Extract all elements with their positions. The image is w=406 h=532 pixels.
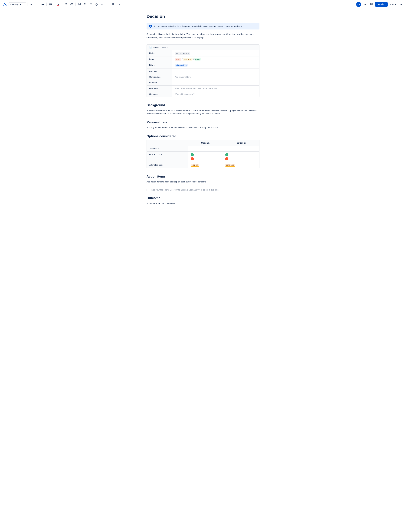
close-button[interactable]: Close [389, 2, 397, 7]
text-color-button[interactable]: A [56, 2, 61, 7]
table-row: Informed [147, 80, 259, 85]
options-cost-label: Estimated cost [147, 162, 188, 168]
table-row: Outcome What did you decide? [147, 91, 259, 97]
options-col-1-header: Option 1: [188, 140, 223, 146]
text-color-icon: A [58, 3, 59, 6]
image-icon [90, 3, 92, 6]
svg-rect-15 [78, 3, 80, 5]
outcome-body[interactable]: Summarize the outcome below [146, 202, 260, 205]
svg-rect-22 [114, 3, 115, 5]
minus-icon: − [225, 157, 228, 160]
numbered-list-button[interactable]: 1.2.3. [69, 2, 74, 7]
impact-medium-badge: MEDIUM [183, 58, 193, 61]
details-header: 📄 Details | label = [147, 44, 259, 50]
impact-sep-1: / [182, 58, 182, 60]
options-table-header-row: Option 1: Option 2: [147, 140, 260, 146]
details-row-value-driver[interactable]: @Chan Kim [172, 62, 259, 68]
plus-icon: + [191, 153, 194, 156]
duedate-placeholder: When does this decision need to be made … [175, 87, 217, 90]
page-title[interactable]: Decision [146, 14, 260, 19]
link-button[interactable] [83, 2, 88, 7]
columns-button[interactable] [111, 2, 116, 7]
emoji-button[interactable]: ☺ [100, 2, 105, 7]
options-description-col1[interactable] [188, 146, 223, 151]
details-row-value-status[interactable]: NOT STARTED [172, 50, 259, 57]
task-button[interactable] [77, 2, 82, 7]
details-row-label-outcome: Outcome [147, 91, 172, 97]
action-items-heading[interactable]: Action items [146, 175, 260, 178]
impact-high-badge: HIGH [175, 58, 181, 61]
heading-label: Heading 2 [10, 3, 19, 6]
heading-selector[interactable]: Heading 2 ▾ [8, 2, 26, 6]
options-table: Option 1: Option 2: Description Pros and… [146, 140, 260, 168]
details-row-value-approver[interactable] [172, 68, 259, 74]
task-checkbox[interactable] [146, 189, 149, 191]
details-row-value-contributors[interactable]: Add stakeholders [172, 74, 259, 80]
bullet-list-button[interactable] [63, 2, 69, 7]
details-row-value-informed[interactable] [172, 80, 259, 85]
template-button[interactable] [369, 2, 374, 7]
more-options-icon: ••• [400, 3, 402, 6]
details-row-value-impact[interactable]: HIGH / MEDIUM / LOW [172, 56, 259, 62]
italic-button[interactable]: I [34, 2, 39, 7]
svg-point-3 [65, 3, 65, 4]
numbered-list-icon: 1.2.3. [70, 3, 73, 6]
background-heading[interactable]: Background [146, 103, 260, 107]
logo[interactable] [2, 2, 7, 7]
emoji-icon: ☺ [101, 3, 103, 6]
add-collaborator-button[interactable]: + [362, 2, 368, 7]
svg-text:3.: 3. [70, 5, 71, 5]
background-section: Background Provide context on the decisi… [146, 103, 260, 116]
insert-icon: + [119, 3, 120, 6]
options-heading[interactable]: Options considered [146, 135, 260, 138]
image-button[interactable] [88, 2, 94, 7]
toolbar-divider-3 [54, 3, 54, 6]
options-cost-col1[interactable]: LARGE [188, 162, 223, 168]
align-button[interactable] [48, 2, 53, 7]
bullet-list-icon [65, 3, 67, 6]
details-label-sep: | label = [161, 46, 168, 49]
user-avatar[interactable]: CK [356, 2, 361, 7]
relevant-data-section: Relevant data Add any data or feedback t… [146, 121, 260, 129]
bold-button[interactable]: B [29, 2, 34, 7]
mention-icon: @ [95, 3, 98, 6]
more-options-button[interactable]: ••• [398, 2, 404, 7]
options-cost-col2[interactable]: MEDIUM [223, 162, 260, 168]
driver-mention[interactable]: @Chan Kim [175, 64, 188, 67]
table-row: Approver [147, 68, 259, 74]
page-content: Decision i Add your comments directly to… [143, 9, 263, 224]
link-icon [84, 3, 87, 6]
relevant-data-heading[interactable]: Relevant data [146, 121, 260, 124]
table-icon [107, 3, 109, 6]
details-row-label-contributors: Contributors [147, 74, 172, 80]
options-proscons-col2[interactable]: + − [223, 151, 260, 162]
table-row: Contributors Add stakeholders [147, 74, 259, 80]
info-banner-text: Add your comments directly to the page. … [153, 25, 243, 28]
table-button[interactable] [105, 2, 110, 7]
task-placeholder[interactable]: Type your task here. Use "@" to assign a… [151, 189, 219, 191]
mention-button[interactable]: @ [94, 2, 99, 7]
insert-button[interactable]: + [117, 2, 122, 7]
action-items-body[interactable]: Add action items to close the loop on op… [146, 180, 260, 184]
details-card: 📄 Details | label = Status NOT STARTED I… [146, 44, 260, 97]
plus-icon: + [225, 153, 228, 156]
details-row-value-outcome[interactable]: What did you decide? [172, 91, 259, 97]
chevron-down-icon: ▾ [20, 3, 21, 6]
toolbar-divider-1 [27, 3, 28, 6]
details-table: Status NOT STARTED Impact HIGH / MEDIUM … [147, 50, 259, 97]
more-formatting-button[interactable]: ••• [40, 2, 45, 7]
details-row-value-duedate[interactable]: When does this decision need to be made … [172, 85, 259, 91]
template-icon [370, 3, 373, 6]
task-icon [78, 3, 81, 6]
background-body[interactable]: Provide context on the decision the team… [146, 109, 260, 116]
details-row-label-impact: Impact [147, 56, 172, 62]
publish-button[interactable]: Publish [375, 2, 388, 7]
options-description-col2[interactable] [223, 146, 260, 151]
task-row: Type your task here. Use "@" to assign a… [146, 189, 260, 191]
options-proscons-col1[interactable]: + − [188, 151, 223, 162]
details-row-label-duedate: Due date [147, 85, 172, 91]
toolbar-divider-2 [46, 3, 47, 6]
more-icon: ••• [42, 3, 44, 6]
relevant-data-body[interactable]: Add any data or feedback the team should… [146, 126, 260, 129]
outcome-heading[interactable]: Outcome [146, 196, 260, 200]
